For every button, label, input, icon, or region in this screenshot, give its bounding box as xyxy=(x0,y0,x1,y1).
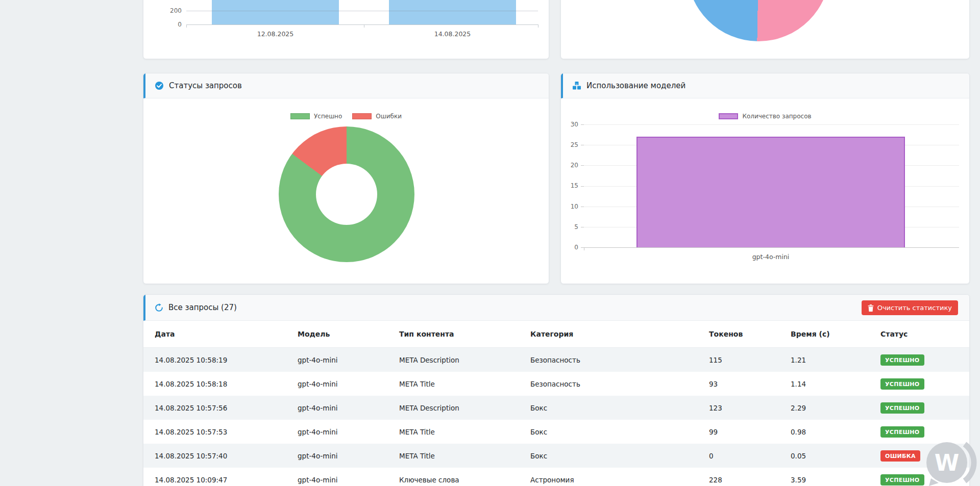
cell-model: gpt-4o-mini xyxy=(298,380,395,388)
table-row: 14.08.2025 10:58:18 gpt-4o-mini META Tit… xyxy=(143,372,969,396)
models-bar xyxy=(636,137,905,247)
cell-date: 14.08.2025 10:57:53 xyxy=(155,428,292,436)
clear-statistics-label: Очистить статистику xyxy=(877,304,952,312)
status-badge: ОШИБКА xyxy=(880,450,920,462)
request-statuses-card: Статусы запросов Успешно Ошибки xyxy=(143,73,549,284)
status-badge: УСПЕШНО xyxy=(880,426,924,438)
doughnut-legend: Успешно Ошибки xyxy=(143,113,549,120)
check-circle-icon xyxy=(155,81,164,90)
cell-model: gpt-4o-mini xyxy=(298,452,395,460)
cell-tokens: 115 xyxy=(709,356,786,364)
status-badge: УСПЕШНО xyxy=(880,378,924,390)
card-title: Все запросы (27) xyxy=(168,303,237,312)
trash-icon xyxy=(868,304,874,312)
logo-letter: W xyxy=(935,450,960,476)
cell-date: 14.08.2025 10:58:19 xyxy=(155,356,292,364)
column-header-category: Категория xyxy=(530,330,704,338)
column-header-status: Статус xyxy=(880,330,967,338)
y-tick-label: 30 xyxy=(561,120,578,129)
gridline-200 xyxy=(186,11,538,11)
gridline xyxy=(584,124,959,125)
cell-category: Бокс xyxy=(530,404,704,412)
cell-tokens: 228 xyxy=(709,476,786,484)
table-row: 14.08.2025 10:57:53 gpt-4o-mini META Tit… xyxy=(143,420,969,444)
y-tick-label: 0 xyxy=(156,21,182,28)
y-axis-tick xyxy=(581,145,584,145)
legend-swatch-purple xyxy=(719,113,738,119)
cell-date: 14.08.2025 10:57:56 xyxy=(155,404,292,412)
legend-label: Количество запросов xyxy=(742,113,811,120)
cell-content-type: META Title xyxy=(399,428,527,436)
y-axis-tick xyxy=(581,124,584,125)
x-tick-label: gpt-4o-mini xyxy=(636,253,905,261)
legend-swatch-green xyxy=(290,113,310,119)
status-badge: УСПЕШНО xyxy=(880,354,924,366)
cell-time: 1.14 xyxy=(791,380,875,388)
cell-category: Бокс xyxy=(530,428,704,436)
table-row: 14.08.2025 10:57:56 gpt-4o-mini META Des… xyxy=(143,396,969,420)
column-header-content-type: Тип контента xyxy=(399,330,527,338)
y-tick-label: 10 xyxy=(561,202,578,211)
cell-content-type: META Description xyxy=(399,404,527,412)
cell-date: 14.08.2025 10:57:40 xyxy=(155,452,292,460)
cell-content-type: META Title xyxy=(399,380,527,388)
cell-model: gpt-4o-mini xyxy=(298,356,395,364)
column-header-time: Время (с) xyxy=(791,330,875,338)
all-requests-card: Все запросы (27) Очистить статистику Дат… xyxy=(143,294,970,486)
y-axis-tick xyxy=(581,186,584,187)
clear-statistics-button[interactable]: Очистить статистику xyxy=(862,300,958,315)
cell-time: 1.21 xyxy=(791,356,875,364)
model-usage-card: Использование моделей Количество запросо… xyxy=(560,73,970,284)
x-axis-tick xyxy=(584,247,584,250)
cell-tokens: 0 xyxy=(709,452,786,460)
legend-item-requests-count[interactable]: Количество запросов xyxy=(719,113,811,120)
cell-category: Безопасность xyxy=(530,356,704,364)
x-tick-label: 14.08.2025 xyxy=(389,30,516,38)
table-row: 14.08.2025 10:09:47 gpt-4o-mini Ключевые… xyxy=(143,468,969,486)
legend-swatch-red xyxy=(352,113,372,119)
y-tick-label: 0 xyxy=(561,243,578,251)
cell-tokens: 123 xyxy=(709,404,786,412)
doughnut-hole xyxy=(316,164,377,225)
y-tick-label: 5 xyxy=(561,223,578,231)
card-header: Использование моделей xyxy=(561,73,969,98)
statuses-doughnut xyxy=(279,126,414,262)
y-axis-tick xyxy=(581,227,584,227)
bar-legend: Количество запросов xyxy=(561,113,969,120)
y-tick-label: 15 xyxy=(561,182,578,190)
history-icon xyxy=(155,303,163,312)
legend-label: Успешно xyxy=(314,113,342,120)
y-tick-label: 200 xyxy=(156,7,182,14)
cell-tokens: 99 xyxy=(709,428,786,436)
table-row: 14.08.2025 10:57:40 gpt-4o-mini META Tit… xyxy=(143,444,969,468)
cell-category: Бокс xyxy=(530,452,704,460)
cell-content-type: META Title xyxy=(399,452,527,460)
daily-bar-1 xyxy=(212,0,339,24)
table-row: 14.08.2025 10:58:19 gpt-4o-mini META Des… xyxy=(143,348,969,372)
cell-time: 0.98 xyxy=(791,428,875,436)
axis-baseline xyxy=(584,247,959,248)
cell-content-type: Ключевые слова xyxy=(399,476,527,484)
column-header-tokens: Токенов xyxy=(709,330,786,338)
card-title: Статусы запросов xyxy=(169,81,242,90)
status-badge: УСПЕШНО xyxy=(880,402,924,414)
column-header-date: Дата xyxy=(155,330,292,338)
cell-time: 2.29 xyxy=(791,404,875,412)
cell-model: gpt-4o-mini xyxy=(298,476,395,484)
daily-bar-2 xyxy=(389,0,516,24)
boxes-icon xyxy=(572,81,581,90)
cell-category: Безопасность xyxy=(530,380,704,388)
cell-model: gpt-4o-mini xyxy=(298,428,395,436)
legend-item-errors[interactable]: Ошибки xyxy=(352,113,402,120)
x-axis-tick xyxy=(186,24,187,28)
y-tick-label: 25 xyxy=(561,141,578,149)
card-header: Все запросы (27) Очистить статистику xyxy=(143,295,969,321)
x-axis-tick xyxy=(364,24,364,28)
x-axis-tick xyxy=(538,24,538,28)
cell-tokens: 93 xyxy=(709,380,786,388)
cell-time: 0.05 xyxy=(791,452,875,460)
watermark-logo: W xyxy=(924,439,980,486)
y-axis-tick xyxy=(581,165,584,166)
overview-pie xyxy=(687,0,830,41)
legend-item-success[interactable]: Успешно xyxy=(290,113,342,120)
